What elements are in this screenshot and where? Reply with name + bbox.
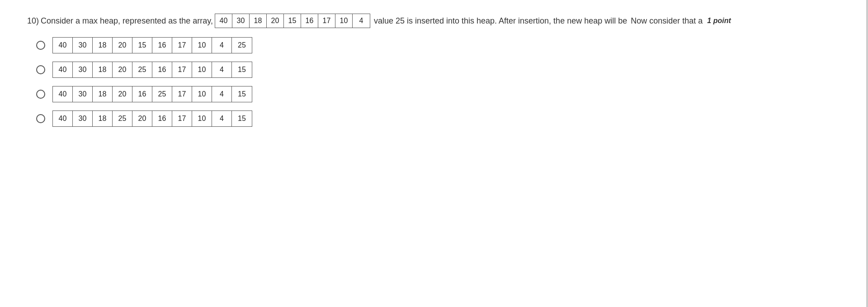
cell-b-6: 17: [172, 62, 192, 77]
answer-array-b: 40 30 18 20 25 16 17 10 4 15: [52, 62, 252, 78]
cell-a-3: 20: [113, 38, 132, 53]
now-consider-text: Now consider that a: [631, 14, 703, 28]
cell-d-8: 4: [212, 111, 232, 126]
radio-c[interactable]: [36, 90, 45, 99]
initial-cell-4: 15: [284, 14, 301, 28]
cell-b-1: 30: [73, 62, 93, 77]
cell-a-8: 4: [212, 38, 232, 53]
cell-c-5: 25: [152, 86, 172, 102]
question-number: 10): [27, 14, 39, 28]
cell-b-3: 20: [113, 62, 132, 77]
answer-array-d: 40 30 18 25 20 16 17 10 4 15: [52, 110, 252, 127]
cell-b-4: 25: [132, 62, 152, 77]
initial-cell-1: 30: [232, 14, 250, 28]
point-label: 1 point: [707, 15, 731, 27]
initial-cell-6: 17: [318, 14, 335, 28]
initial-cell-5: 16: [301, 14, 318, 28]
cell-a-2: 18: [93, 38, 113, 53]
question-text-line1: Consider a max heap, represented as the …: [41, 14, 213, 28]
cell-c-9: 15: [232, 86, 252, 102]
cell-d-7: 10: [192, 111, 212, 126]
radio-a[interactable]: [36, 41, 45, 50]
options-container: 40 30 18 20 15 16 17 10 4 25 40 30 18 20…: [36, 37, 841, 127]
page: 10) Consider a max heap, represented as …: [0, 0, 868, 307]
cell-a-6: 17: [172, 38, 192, 53]
question-text-line2: value 25 is inserted into this heap. Aft…: [374, 14, 627, 28]
cell-a-1: 30: [73, 38, 93, 53]
option-row-c: 40 30 18 20 16 25 17 10 4 15: [36, 86, 841, 102]
answer-array-c: 40 30 18 20 16 25 17 10 4 15: [52, 86, 252, 102]
cell-c-1: 30: [73, 86, 93, 102]
initial-cell-7: 10: [335, 14, 353, 28]
cell-a-0: 40: [53, 38, 73, 53]
cell-c-4: 16: [132, 86, 152, 102]
option-row-b: 40 30 18 20 25 16 17 10 4 15: [36, 62, 841, 78]
cell-a-7: 10: [192, 38, 212, 53]
cell-c-6: 17: [172, 86, 192, 102]
answer-array-a: 40 30 18 20 15 16 17 10 4 25: [52, 37, 252, 53]
cell-c-7: 10: [192, 86, 212, 102]
cell-d-4: 20: [132, 111, 152, 126]
cell-b-8: 4: [212, 62, 232, 77]
cell-b-9: 15: [232, 62, 252, 77]
cell-d-6: 17: [172, 111, 192, 126]
cell-d-5: 16: [152, 111, 172, 126]
cell-b-2: 18: [93, 62, 113, 77]
cell-d-9: 15: [232, 111, 252, 126]
cell-b-0: 40: [53, 62, 73, 77]
right-border: [866, 0, 868, 307]
cell-b-7: 10: [192, 62, 212, 77]
cell-a-9: 25: [232, 38, 252, 53]
option-row-a: 40 30 18 20 15 16 17 10 4 25: [36, 37, 841, 53]
cell-b-5: 16: [152, 62, 172, 77]
initial-cell-0: 40: [215, 14, 232, 28]
cell-d-2: 18: [93, 111, 113, 126]
option-row-d: 40 30 18 25 20 16 17 10 4 15: [36, 110, 841, 127]
initial-array: 40 30 18 20 15 16 17 10 4: [215, 14, 370, 28]
cell-c-0: 40: [53, 86, 73, 102]
question-header: 10) Consider a max heap, represented as …: [27, 14, 841, 28]
cell-d-1: 30: [73, 111, 93, 126]
cell-a-4: 15: [132, 38, 152, 53]
radio-b[interactable]: [36, 65, 45, 74]
initial-cell-8: 4: [353, 14, 370, 28]
cell-c-3: 20: [113, 86, 132, 102]
initial-cell-3: 20: [267, 14, 284, 28]
cell-c-2: 18: [93, 86, 113, 102]
cell-c-8: 4: [212, 86, 232, 102]
cell-a-5: 16: [152, 38, 172, 53]
cell-d-3: 25: [113, 111, 132, 126]
initial-cell-2: 18: [250, 14, 267, 28]
radio-d[interactable]: [36, 114, 45, 123]
cell-d-0: 40: [53, 111, 73, 126]
